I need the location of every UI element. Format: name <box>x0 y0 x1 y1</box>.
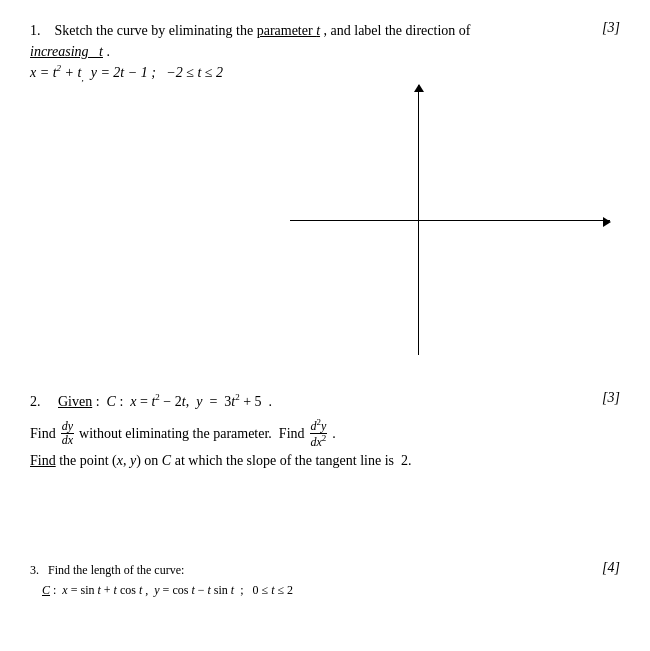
x-axis-arrow <box>603 217 611 227</box>
q1-math: x = t2 + t, y = 2t − 1 ; −2 ≤ t ≤ 2 <box>30 65 223 80</box>
question-3: 3. Find the length of the curve: C : x =… <box>30 560 620 601</box>
q2-dot: . <box>332 422 336 446</box>
question-2: 2. Given : C : x = t2 − 2t, y = 3t2 + 5 … <box>30 390 620 473</box>
y-axis-arrow <box>414 84 424 92</box>
q3-number: 3. <box>30 563 39 577</box>
q3-marks: [4] <box>602 560 620 576</box>
q2-d2y-dx2: d2y dx2 <box>310 418 328 449</box>
y-axis <box>418 85 419 355</box>
q3-text: Find the length of the curve: <box>48 563 184 577</box>
x-axis <box>290 220 610 221</box>
q1-number: 1. <box>30 23 41 38</box>
q3-line2: C : x = sin t + t cos t , y = cos t − t … <box>30 580 592 600</box>
q2-row: 2. Given : C : x = t2 − 2t, y = 3t2 + 5 … <box>30 390 620 473</box>
q1-intro: Sketch the curve by eliminating the para… <box>55 23 471 38</box>
q3-curve-label: C <box>42 583 50 597</box>
q2-without: without eliminating the parameter. Find <box>79 422 305 446</box>
q3-line1: 3. Find the length of the curve: <box>30 560 592 580</box>
q2-tangent-text: the point (x, y) on C at which the slope… <box>59 453 411 468</box>
q2-line2: Find dy dx without eliminating the param… <box>30 418 592 449</box>
q1-marks: [3] <box>602 20 620 36</box>
q1-param: parameter t <box>257 23 320 38</box>
q1-text: 1. Sketch the curve by eliminating the p… <box>30 20 592 85</box>
q2-find-point: Find <box>30 453 56 468</box>
q2-line1: 2. Given : C : x = t2 − 2t, y = 3t2 + 5 … <box>30 390 592 414</box>
q1-header: 1. Sketch the curve by eliminating the p… <box>30 20 620 85</box>
q2-find: Find <box>30 422 56 446</box>
q2-marks: [3] <box>602 390 620 406</box>
q2-line3: Find the point (x, y) on C at which the … <box>30 449 592 473</box>
q2-number: 2. <box>30 394 41 409</box>
q3-content: 3. Find the length of the curve: C : x =… <box>30 560 592 601</box>
q2-dy-dx: dy dx <box>61 420 74 447</box>
q2-content: 2. Given : C : x = t2 − 2t, y = 3t2 + 5 … <box>30 390 592 473</box>
q2-given: Given : C : x = t2 − 2t, y = 3t2 + 5 . <box>58 394 272 409</box>
q3-curve-eq: : x = sin t + t cos t , y = cos t − t si… <box>53 583 293 597</box>
q3-row: 3. Find the length of the curve: C : x =… <box>30 560 620 601</box>
q1-increasing: increasing t . <box>30 44 110 59</box>
question-1: 1. Sketch the curve by eliminating the p… <box>30 20 620 85</box>
coordinate-axes <box>290 85 610 355</box>
